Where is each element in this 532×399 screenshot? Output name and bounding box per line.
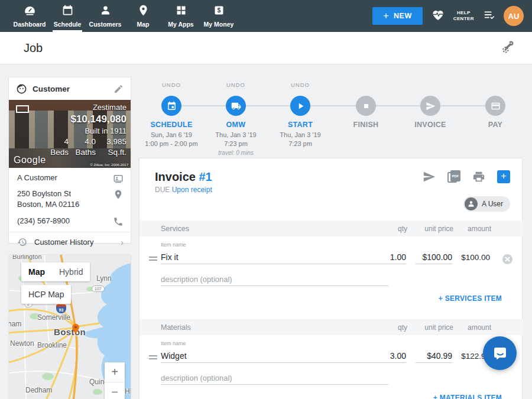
customer-address-row: 250 Boylston StBoston, MA 02116 [9,187,131,213]
add-services-item-link[interactable]: + SERVICES ITEM [439,294,502,303]
section-title: Materials [161,323,191,332]
map-city-label: Newton [10,339,34,348]
service-item-name-input[interactable] [161,250,388,264]
stop-icon [361,101,371,111]
service-qty-input[interactable] [372,250,406,264]
beds-label: Beds [44,147,69,158]
assignee-name: A User [482,200,503,208]
health-heart-icon[interactable] [431,8,445,24]
material-item-name-input[interactable] [161,349,388,363]
schedule-step-button[interactable] [161,96,181,116]
route-shield-107: 107 [92,286,105,292]
zoom-in-button[interactable]: + [105,362,125,382]
job-timeline: UNDO SCHEDULE Sun, Jan 6 '191:00 pm - 2:… [139,77,523,154]
user-avatar[interactable]: AU [504,6,524,26]
undo-link[interactable]: UNDO [203,82,268,90]
invoice-step-button[interactable] [420,96,440,116]
hcp-map-button[interactable]: HCP Map [21,285,71,304]
undo-link[interactable]: UNDO [139,82,204,90]
material-description-input[interactable] [161,371,388,385]
undo-link[interactable]: UNDO [268,82,333,90]
nav-item-schedule[interactable]: Schedule [48,0,86,32]
item-name-label: Item name [161,242,186,248]
edit-customer-icon[interactable] [113,84,124,94]
chat-launcher-button[interactable] [483,336,517,370]
omw-step-button[interactable] [226,96,246,116]
timeline-step-start: UNDO START Thu, Jan 3 '197:23 pm [268,77,333,149]
section-title: Services [161,225,189,233]
job-location-pin[interactable] [70,323,82,337]
phone-icon[interactable] [113,216,124,227]
property-photo[interactable]: Zestimate $10,149,080 Built in 1911 4 4.… [9,100,131,168]
customer-phone: (234) 567-8900 [17,216,113,226]
unit-price-column-header: unit price [412,323,453,332]
plus-icon: + [383,11,389,21]
chevron-right-icon: › [121,238,124,247]
service-unit-price-input[interactable] [416,250,452,264]
nav-label: Schedule [54,21,82,28]
print-icon[interactable] [472,170,485,183]
timeline-step-pay: PAY [463,77,528,129]
nav-item-my-apps[interactable]: My Apps [162,0,200,32]
start-step-button[interactable] [290,96,310,116]
due-value-link[interactable]: Upon receipt [172,186,212,194]
address-line2: Boston, MA 02116 [17,200,79,209]
calendar-event-icon [167,101,177,111]
finish-step-button[interactable] [356,96,376,116]
map-type-toggle: Map Hybrid [21,262,90,281]
customer-history-row[interactable]: Customer History › [9,232,131,252]
customer-phone-row: (234) 567-8900 [9,213,131,231]
step-date: Thu, Jan 3 '197:23 pm [203,131,268,149]
play-icon [296,101,306,111]
map-city-label: Dedham [25,386,52,394]
checklist-icon[interactable] [482,8,495,24]
map-city-label: Hi [125,387,131,395]
amount-column-header: amount [453,225,491,233]
apps-grid-icon [175,4,187,19]
add-materials-item-link[interactable]: + MATERIALS ITEM [433,394,502,399]
assignee-chip[interactable]: A User [463,196,510,212]
sqft-value: 3,985 [96,137,126,147]
timeline-step-invoice: INVOICE [398,77,463,129]
contact-card-icon[interactable] [113,173,124,184]
svg-text:$: $ [217,7,220,14]
nav-item-map[interactable]: Map [124,0,162,32]
service-description-input[interactable] [161,272,388,286]
new-button[interactable]: + NEW [372,7,423,25]
nav-right: + NEW HELP CENTER AU [372,0,532,32]
pdf-icon[interactable]: PDF [447,170,460,183]
send-invoice-icon[interactable] [423,170,436,183]
chat-messenger-icon [492,345,508,362]
location-pin-icon[interactable] [113,189,124,200]
materials-section-header: Materials qty unit price amount [140,319,523,335]
remove-service-item-button[interactable] [502,254,512,264]
zoom-out-button[interactable]: − [105,382,125,399]
send-icon [426,101,436,111]
nav-item-my-money[interactable]: $ My Money [200,0,238,32]
material-qty-input[interactable] [372,349,406,363]
history-icon [17,237,27,247]
pay-step-button[interactable] [485,96,505,116]
add-invoice-item-button[interactable]: + [497,170,510,183]
sqft-label: Sq.ft. [96,147,126,158]
invoice-number[interactable]: #1 [199,170,212,183]
map-zoom-control: + − [105,362,125,399]
drag-handle-icon[interactable] [149,257,157,261]
dashboard-icon [24,4,36,19]
help-line2: CENTER [453,16,474,22]
help-center-link[interactable]: HELP CENTER [453,10,474,22]
map-canvas[interactable]: Burlington Lynn Somerville Boston ham Ne… [9,255,131,399]
map-type-hybrid-button[interactable]: Hybrid [52,262,90,281]
map-city-label: Somerville [37,313,70,322]
drag-handle-icon[interactable] [149,355,157,359]
map-city-label: ham [9,320,21,328]
job-settings-icon[interactable] [501,40,515,57]
amount-column-header: amount [453,323,491,332]
material-unit-price-input[interactable] [416,349,452,363]
nav-item-dashboard[interactable]: Dashboard [11,0,48,32]
interstate-shield-93: 93 [56,304,66,313]
nav-item-customers[interactable]: Customers [86,0,124,32]
unit-price-column-header: unit price [412,225,453,233]
map-type-map-button[interactable]: Map [21,262,52,281]
address-line1: 250 Boylston St [17,189,71,198]
